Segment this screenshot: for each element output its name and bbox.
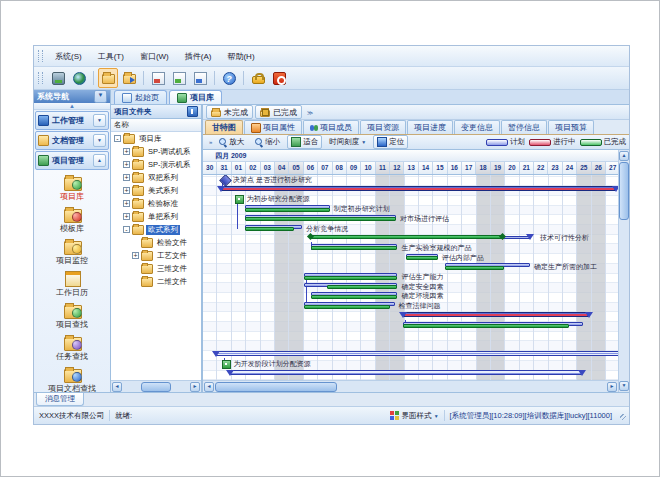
lock-icon-button[interactable]: [248, 68, 268, 88]
sidebar-collapse-button[interactable]: ▲: [34, 103, 110, 110]
tab-项目属性[interactable]: 项目属性: [244, 120, 302, 134]
task-bar-确定环境因素[interactable]: [311, 292, 397, 300]
filter-button-已完成[interactable]: 已完成: [255, 105, 302, 119]
tree-node-美式系列[interactable]: +美式系列: [111, 184, 201, 197]
sidebar-section-工作管理[interactable]: 工作管理▼: [35, 111, 109, 130]
collapse-icon[interactable]: -: [123, 226, 130, 233]
task-bar-检查法律问题[interactable]: [304, 302, 395, 310]
resize-grip[interactable]: [617, 411, 627, 421]
help-icon-button[interactable]: [219, 68, 239, 88]
expand-icon[interactable]: +: [123, 187, 130, 194]
sidebar-item-工作日历[interactable]: 工作日历: [34, 270, 110, 298]
sidebar-item-项目库[interactable]: 项目库: [34, 174, 110, 202]
expand-icon[interactable]: +: [123, 200, 130, 207]
sidebar-item-模板库[interactable]: 模板库: [34, 206, 110, 234]
tab-项目资源[interactable]: 项目资源: [360, 120, 406, 134]
mail-green-icon-button[interactable]: [169, 68, 189, 88]
tree-node-检验文件[interactable]: 检验文件: [111, 236, 201, 249]
bottom-tab-消息管理[interactable]: 消息管理: [36, 393, 84, 406]
summary-bar[interactable]: [403, 312, 589, 318]
scroll-right-button[interactable]: ►: [607, 382, 617, 392]
tree-node-项目库[interactable]: -项目库: [111, 132, 201, 145]
scroll-down-button[interactable]: ▼: [619, 381, 629, 391]
scroll-thumb[interactable]: [215, 382, 337, 392]
interface-style-button[interactable]: 界面样式 ▼: [385, 410, 444, 421]
mail-blue-icon-button[interactable]: [190, 68, 210, 88]
scroll-left-button[interactable]: ◄: [204, 382, 214, 392]
overflow-chevron-icon[interactable]: ≫: [307, 109, 313, 116]
globe-icon-button[interactable]: [69, 68, 89, 88]
gantt-vertical-scrollbar[interactable]: ▲ ▼: [618, 150, 629, 392]
scroll-up-button[interactable]: ▲: [619, 151, 629, 161]
task-bar-分析竞争情况[interactable]: [245, 225, 303, 233]
task-bar-生产实验室规模的产品[interactable]: [311, 244, 397, 252]
tree-node-SP-调试机系[interactable]: +SP-调试机系: [111, 145, 201, 158]
chevron-icon[interactable]: ▼: [93, 114, 106, 127]
collapse-icon[interactable]: -: [114, 135, 121, 142]
tab-项目预算[interactable]: 项目预算: [548, 120, 594, 134]
tree-node-欧式系列[interactable]: -欧式系列: [111, 223, 201, 236]
tab-暂停信息[interactable]: 暂停信息: [501, 120, 547, 134]
sidebar-section-项目管理[interactable]: 项目管理▲: [35, 151, 109, 170]
tree-horizontal-scrollbar[interactable]: ◄ ►: [111, 380, 201, 392]
mail-red-icon-button[interactable]: [148, 68, 168, 88]
gantt-chart-body[interactable]: 决策点 是否进行初步研究为初步研究分配资源制定初步研究计划对市场进行评估分析竞争…: [203, 175, 618, 380]
toolbar-overflow-icon[interactable]: »: [209, 139, 212, 145]
gantt-horizontal-scrollbar[interactable]: ◄ ►: [203, 380, 618, 392]
task-bar-制定初步研究计划[interactable]: [245, 205, 330, 213]
task-bar-评估内部产品[interactable]: [406, 254, 438, 262]
milestone-为初步研究分配资源[interactable]: [235, 195, 244, 204]
tab-项目库[interactable]: 项目库: [169, 90, 222, 104]
toolbar-grip[interactable]: [38, 72, 43, 84]
gantt-button-定位[interactable]: 定位: [373, 135, 408, 149]
network-icon-button[interactable]: [48, 68, 68, 88]
sidebar-item-项目文档查找[interactable]: 项目文档查找: [34, 366, 110, 392]
task-bar-确定生产所需的加工[interactable]: [445, 263, 530, 271]
expand-icon[interactable]: +: [123, 174, 130, 181]
sidebar-section-文档管理[interactable]: 文档管理▼: [35, 131, 109, 150]
task-bar-确定安全因素[interactable]: [304, 283, 398, 291]
summary-done-bar-技术可行性分析[interactable]: [310, 234, 530, 242]
tree-node-SP-演示机系[interactable]: +SP-演示机系: [111, 158, 201, 171]
task-bar-评估生产能力[interactable]: [304, 273, 398, 281]
chevron-icon[interactable]: ▼: [93, 134, 106, 147]
tree-node-双把系列[interactable]: +双把系列: [111, 171, 201, 184]
tree-node-工艺文件[interactable]: +工艺文件: [111, 249, 201, 262]
scroll-thumb[interactable]: [619, 162, 629, 220]
tab-变更信息[interactable]: 变更信息: [454, 120, 500, 134]
filter-button-未完成[interactable]: 未完成: [206, 105, 253, 119]
tree-node-二维文件[interactable]: 二维文件: [111, 275, 201, 288]
menubar-grip[interactable]: [38, 50, 43, 62]
tab-项目成员[interactable]: 项目成员: [303, 120, 359, 134]
tree-node-单把系列[interactable]: +单把系列: [111, 210, 201, 223]
exit-icon-button[interactable]: [269, 68, 289, 88]
expand-icon[interactable]: +: [132, 252, 139, 259]
menu-item-3[interactable]: 插件(A): [177, 48, 220, 65]
summary-bar[interactable]: [221, 186, 616, 192]
scroll-thumb[interactable]: [141, 382, 171, 392]
sidebar-options-button[interactable]: ▼: [94, 90, 107, 103]
tab-项目进度[interactable]: 项目进度: [407, 120, 453, 134]
tree-node-三维文件[interactable]: 三维文件: [111, 262, 201, 275]
menu-item-1[interactable]: 工具(T): [90, 48, 132, 65]
folder-go-icon-button[interactable]: [119, 68, 139, 88]
task-bar-unnamed[interactable]: [403, 322, 583, 330]
pin-icon[interactable]: [187, 106, 198, 117]
expand-icon[interactable]: +: [123, 213, 130, 220]
sidebar-item-项目监控[interactable]: 项目监控: [34, 238, 110, 266]
expand-icon[interactable]: +: [123, 161, 130, 168]
gantt-button-放大[interactable]: 放大: [215, 135, 248, 149]
chevron-icon[interactable]: ▲: [93, 154, 106, 167]
gantt-button-适合[interactable]: 适合: [287, 135, 322, 149]
tree-node-检验标准[interactable]: +检验标准: [111, 197, 201, 210]
expand-icon[interactable]: +: [123, 148, 130, 155]
sidebar-item-任务查找[interactable]: 任务查找: [34, 334, 110, 362]
milestone-为开发阶段计划分配资源[interactable]: [222, 360, 231, 369]
menu-item-2[interactable]: 窗口(W): [132, 48, 177, 65]
menu-item-0[interactable]: 系统(S): [47, 48, 90, 65]
task-bar-对市场进行评估[interactable]: [245, 215, 396, 223]
folder-icon-button[interactable]: [98, 68, 118, 88]
gantt-button-缩小[interactable]: 缩小: [251, 135, 284, 149]
tab-甘特图[interactable]: 甘特图: [205, 120, 243, 134]
plan-frame-bar[interactable]: [230, 370, 581, 376]
